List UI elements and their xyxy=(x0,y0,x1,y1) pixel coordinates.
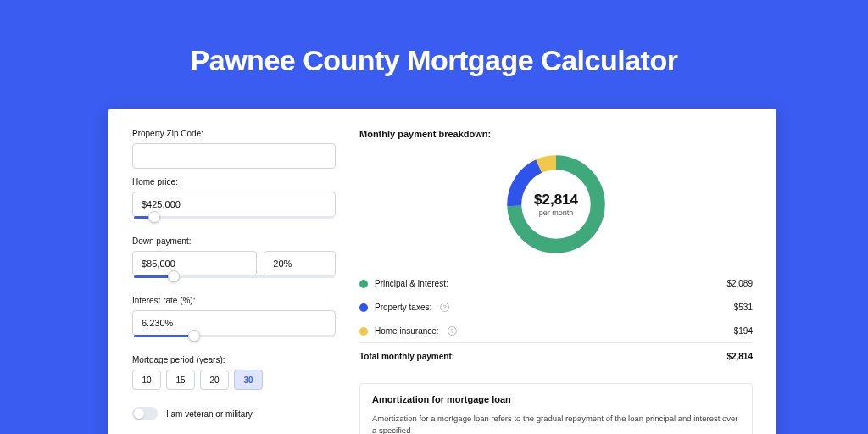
down-payment-pct-input[interactable] xyxy=(264,251,336,276)
legend-value: $2,089 xyxy=(726,279,753,288)
legend-value: $531 xyxy=(734,303,753,312)
breakdown-donut-chart: $2,814 per month xyxy=(501,149,611,259)
legend-dot xyxy=(359,280,368,288)
period-button-15[interactable]: 15 xyxy=(166,370,195,390)
legend-row: Principal & Interest:$2,089 xyxy=(359,271,753,295)
legend-label: Property taxes: xyxy=(375,303,431,312)
breakdown-title: Monthly payment breakdown: xyxy=(359,129,753,139)
legend-label: Home insurance: xyxy=(375,326,439,336)
home-price-label: Home price: xyxy=(132,177,336,186)
period-button-20[interactable]: 20 xyxy=(200,370,229,390)
amortization-text: Amortization for a mortgage loan refers … xyxy=(372,413,740,434)
interest-slider[interactable] xyxy=(132,335,336,347)
legend-dot xyxy=(359,327,368,336)
legend-total-value: $2,814 xyxy=(726,352,753,361)
donut-amount: $2,814 xyxy=(534,192,578,209)
form-column: Property Zip Code: Home price: Down paym… xyxy=(132,129,336,427)
veteran-label: I am veteran or military xyxy=(166,409,253,419)
period-label: Mortgage period (years): xyxy=(132,355,336,364)
help-icon[interactable]: ? xyxy=(448,326,457,336)
legend-total-label: Total monthly payment: xyxy=(359,352,454,361)
veteran-toggle[interactable] xyxy=(132,407,158,420)
legend-total-row: Total monthly payment:$2,814 xyxy=(359,342,753,368)
down-payment-label: Down payment: xyxy=(132,236,336,246)
interest-label: Interest rate (%): xyxy=(132,296,336,305)
breakdown-column: Monthly payment breakdown: $2,814 per mo… xyxy=(359,129,753,427)
period-button-10[interactable]: 10 xyxy=(132,370,161,390)
period-row: 10152030 xyxy=(132,370,336,390)
down-payment-input[interactable] xyxy=(132,251,257,276)
help-icon[interactable]: ? xyxy=(440,303,449,312)
interest-input[interactable] xyxy=(132,310,336,336)
amortization-title: Amortization for mortgage loan xyxy=(372,394,740,404)
zip-label: Property Zip Code: xyxy=(132,129,336,138)
legend-value: $194 xyxy=(734,326,753,336)
calculator-panel: Property Zip Code: Home price: Down paym… xyxy=(108,108,776,434)
amortization-box: Amortization for mortgage loan Amortizat… xyxy=(359,383,753,434)
legend-dot xyxy=(359,303,368,312)
page-title: Pawnee County Mortgage Calculator xyxy=(0,0,868,77)
legend-row: Property taxes:?$531 xyxy=(359,295,753,319)
period-button-30[interactable]: 30 xyxy=(234,370,263,390)
zip-input[interactable] xyxy=(132,143,336,169)
legend-row: Home insurance:?$194 xyxy=(359,319,753,342)
donut-per-month: per month xyxy=(539,209,574,217)
legend: Principal & Interest:$2,089Property taxe… xyxy=(359,271,753,368)
legend-label: Principal & Interest: xyxy=(375,279,448,288)
down-payment-slider[interactable] xyxy=(132,275,336,287)
home-price-input[interactable] xyxy=(132,192,336,217)
home-price-slider[interactable] xyxy=(132,216,336,228)
